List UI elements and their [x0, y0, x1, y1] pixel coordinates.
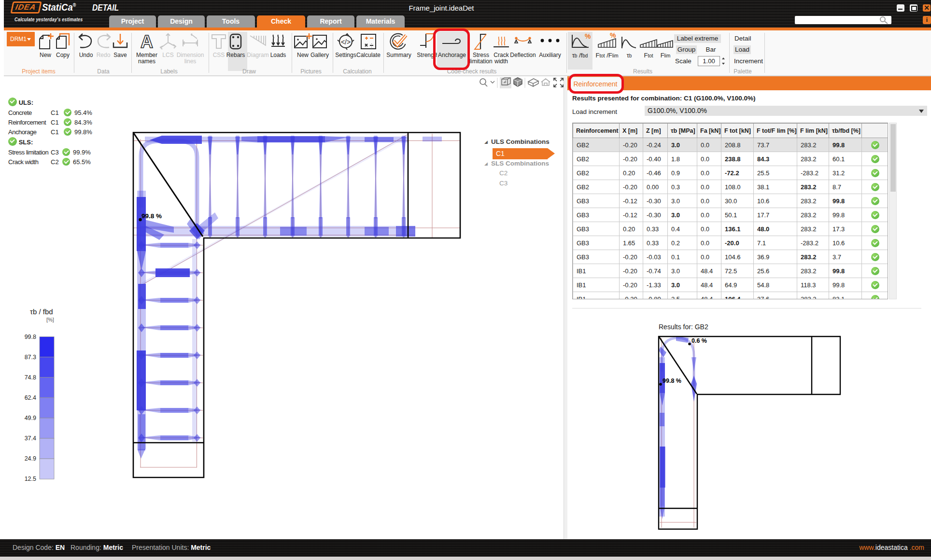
svg-text:99.8: 99.8: [25, 334, 36, 340]
svg-text:49.9: 49.9: [25, 415, 36, 421]
svg-text:%: %: [585, 33, 591, 40]
svg-text:62.4: 62.4: [25, 394, 36, 401]
svg-text:A: A: [141, 33, 153, 50]
svg-text:0.6 %: 0.6 %: [691, 337, 707, 344]
svg-text:12.5: 12.5: [25, 476, 36, 482]
svg-text:[%]: [%]: [46, 317, 54, 322]
svg-text:99.8 %: 99.8 %: [141, 212, 162, 220]
svg-text:24.9: 24.9: [25, 455, 36, 462]
svg-text:</>: </>: [341, 38, 351, 46]
svg-text:74.8: 74.8: [25, 374, 36, 381]
svg-text:τb / fbd: τb / fbd: [30, 308, 53, 316]
svg-text:99.8 %: 99.8 %: [663, 378, 681, 384]
svg-text:%: %: [610, 33, 616, 39]
svg-text:37.4: 37.4: [25, 435, 36, 442]
svg-text:87.3: 87.3: [25, 354, 36, 361]
